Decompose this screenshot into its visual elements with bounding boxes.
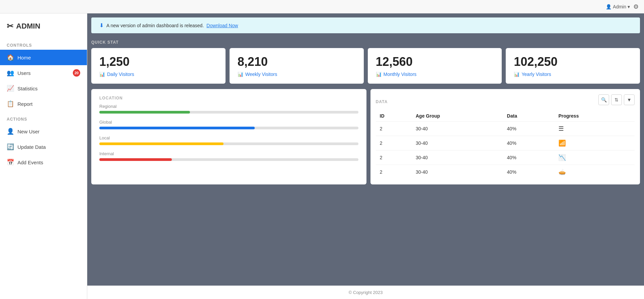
- add-events-icon: 📅: [7, 159, 14, 166]
- location-local-label: Local: [99, 135, 358, 140]
- layout: ✂ ADMIN CONTROLS 🏠 Home 👥 Users 20 📈 Sta…: [0, 13, 644, 299]
- download-icon: ⬇: [99, 22, 104, 29]
- weekly-visitors-label: 📊 Weekly Visitors: [238, 72, 356, 77]
- sidebar-item-home[interactable]: 🏠 Home: [0, 50, 87, 65]
- sidebar-item-new-user[interactable]: 👤 New User: [0, 124, 87, 139]
- col-age-group: Age Group: [412, 111, 503, 122]
- col-id: ID: [376, 111, 412, 122]
- sidebar-logo: ✂ ADMIN: [0, 19, 87, 38]
- col-progress: Progress: [554, 111, 635, 122]
- daily-visitors-label: 📊 Daily Visitors: [99, 72, 217, 77]
- user-menu[interactable]: 👤 Admin ▾: [606, 4, 630, 9]
- location-global: Global: [99, 120, 358, 129]
- data-table: ID Age Group Data Progress 2 30-40 40%: [376, 111, 635, 179]
- location-internal-bar-fill: [99, 158, 172, 161]
- main-content: ⬇ A new version of admin dashboard is re…: [87, 13, 644, 299]
- cell-id: 2: [376, 151, 412, 165]
- sidebar-item-users[interactable]: 👥 Users 20: [0, 65, 87, 81]
- new-user-icon: 👤: [7, 128, 14, 135]
- location-regional-bar-bg: [99, 111, 358, 114]
- settings-gear-button[interactable]: ⚙: [633, 3, 639, 10]
- cell-progress: 🥧: [554, 165, 635, 179]
- cell-age-group: 30-40: [412, 122, 503, 136]
- sidebar-item-update-data[interactable]: 🔄 Update Data: [0, 139, 87, 155]
- cell-age-group: 30-40: [412, 165, 503, 179]
- footer: © Copyright 2023: [87, 286, 644, 299]
- sidebar-item-update-data-label: Update Data: [17, 144, 46, 150]
- sidebar: ✂ ADMIN CONTROLS 🏠 Home 👥 Users 20 📈 Sta…: [0, 13, 87, 299]
- location-card: LOCATION Regional Global L: [91, 89, 366, 184]
- location-local-bar-fill: [99, 142, 224, 145]
- daily-visitors-number: 1,250: [99, 55, 217, 69]
- sidebar-item-new-user-label: New User: [17, 129, 40, 134]
- cell-id: 2: [376, 165, 412, 179]
- filter-button[interactable]: ▼: [624, 94, 635, 105]
- yearly-visitors-label: 📊 Yearly Visitors: [514, 72, 632, 77]
- footer-text: © Copyright 2023: [349, 290, 383, 295]
- users-icon: 👥: [7, 69, 14, 77]
- cell-data: 40%: [503, 122, 554, 136]
- notification-text: A new version of admin dashboard is rele…: [106, 23, 204, 28]
- table-row: 2 30-40 40% 📉: [376, 151, 635, 165]
- location-internal: Internal: [99, 151, 358, 161]
- weekly-visitors-number: 8,210: [238, 55, 356, 69]
- daily-visitors-chart-icon: 📊: [99, 72, 105, 77]
- location-local: Local: [99, 135, 358, 145]
- stat-card-daily: 1,250 📊 Daily Visitors: [91, 48, 226, 84]
- location-regional: Regional: [99, 104, 358, 114]
- line-chart-icon: 📉: [558, 154, 566, 161]
- sidebar-item-add-events-label: Add Events: [17, 160, 43, 165]
- stat-card-monthly: 12,560 📊 Monthly Visitors: [368, 48, 502, 84]
- data-card: DATA 🔍 ⇅ ▼: [370, 89, 640, 184]
- table-row: 2 30-40 40% ☰: [376, 122, 635, 136]
- sort-button[interactable]: ⇅: [611, 94, 622, 105]
- home-icon: 🏠: [7, 54, 14, 61]
- sidebar-item-home-label: Home: [17, 55, 31, 60]
- location-local-bar-bg: [99, 142, 358, 145]
- cell-data: 40%: [503, 151, 554, 165]
- data-card-toolbar: 🔍 ⇅ ▼: [598, 94, 635, 105]
- cell-progress: 📉: [554, 151, 635, 165]
- sidebar-item-statistics[interactable]: 📈 Statistics: [0, 81, 87, 96]
- bar-chart-icon: 📶: [558, 140, 566, 146]
- cell-id: 2: [376, 122, 412, 136]
- stat-card-weekly: 8,210 📊 Weekly Visitors: [230, 48, 364, 84]
- cell-data: 40%: [503, 165, 554, 179]
- content-area: QUICK STAT 1,250 📊 Daily Visitors 8,210 …: [87, 37, 644, 286]
- sidebar-item-statistics-label: Statistics: [17, 86, 38, 91]
- sidebar-item-report-label: Report: [17, 101, 33, 107]
- sidebar-item-report[interactable]: 📋 Report: [0, 96, 87, 112]
- sidebar-item-add-events[interactable]: 📅 Add Events: [0, 155, 87, 170]
- user-avatar-icon: 👤: [606, 4, 611, 9]
- gear-icon: ⚙: [633, 3, 639, 10]
- cell-progress: 📶: [554, 136, 635, 151]
- stat-card-yearly: 102,250 📊 Yearly Visitors: [506, 48, 640, 84]
- cell-progress: ☰: [554, 122, 635, 136]
- user-label: Admin: [613, 4, 626, 9]
- data-section-label: DATA: [376, 99, 388, 104]
- location-internal-label: Internal: [99, 151, 358, 156]
- filter-icon: ▼: [627, 97, 632, 102]
- logo-text: ADMIN: [16, 22, 40, 31]
- search-icon: 🔍: [601, 97, 607, 102]
- cell-age-group: 30-40: [412, 151, 503, 165]
- users-badge: 20: [73, 69, 80, 77]
- sort-icon: ⇅: [614, 97, 618, 102]
- yearly-visitors-number: 102,250: [514, 55, 632, 69]
- top-bar: 👤 Admin ▾ ⚙: [0, 0, 644, 13]
- controls-section-label: CONTROLS: [0, 40, 87, 50]
- monthly-visitors-chart-icon: 📊: [376, 72, 382, 77]
- monthly-visitors-label: 📊 Monthly Visitors: [376, 72, 494, 77]
- sidebar-item-users-label: Users: [17, 70, 31, 76]
- cell-id: 2: [376, 136, 412, 151]
- location-regional-bar-fill: [99, 111, 190, 114]
- logo-icon: ✂: [7, 22, 13, 31]
- download-now-link[interactable]: Download Now: [206, 23, 238, 28]
- statistics-icon: 📈: [7, 85, 14, 92]
- notification-bar: ⬇ A new version of admin dashboard is re…: [91, 17, 640, 33]
- quick-stat-row: 1,250 📊 Daily Visitors 8,210 📊 Weekly Vi…: [91, 48, 640, 84]
- location-global-bar-fill: [99, 127, 255, 129]
- search-button[interactable]: 🔍: [598, 94, 609, 105]
- monthly-visitors-number: 12,560: [376, 55, 494, 69]
- weekly-visitors-chart-icon: 📊: [238, 72, 243, 77]
